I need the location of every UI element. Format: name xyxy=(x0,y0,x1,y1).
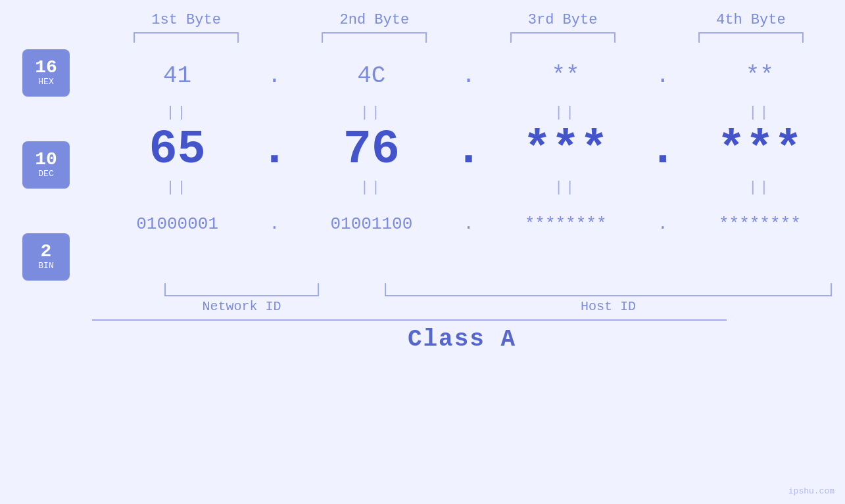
bin-b3: ******** xyxy=(525,214,607,234)
bin-b3-cell: ******** xyxy=(481,214,651,234)
hex-name: HEX xyxy=(38,77,53,87)
bin-b4-cell: ******** xyxy=(675,214,845,234)
dec-data-row: 65 . 76 . *** . *** xyxy=(92,123,845,177)
bin-number: 2 xyxy=(41,242,52,261)
bin-b2: 01001100 xyxy=(330,214,412,234)
byte3-col: 3rd Byte xyxy=(469,12,657,43)
host-bracket xyxy=(385,283,832,296)
full-bracket xyxy=(92,319,727,321)
byte4-col: 4th Byte xyxy=(657,12,845,43)
byte3-bracket-top xyxy=(510,32,616,43)
byte1-label: 1st Byte xyxy=(151,12,221,28)
labels-col: 16 HEX 10 DEC 2 BIN xyxy=(0,43,92,281)
dec-b3-cell: *** xyxy=(481,123,651,177)
network-bracket xyxy=(164,283,319,296)
hex-b3-cell: ** xyxy=(481,62,651,89)
hex-b1-cell: 41 xyxy=(92,62,262,89)
byte4-label: 4th Byte xyxy=(716,12,786,28)
dec-b2-cell: 76 xyxy=(286,123,456,177)
network-id-label: Network ID xyxy=(164,299,319,314)
bin-dot3: . xyxy=(651,214,675,234)
bin-badge: 2 BIN xyxy=(22,233,70,281)
dec-b1: 65 xyxy=(149,123,205,177)
bin-b4: ******** xyxy=(719,214,801,234)
bin-b1-cell: 01000001 xyxy=(92,214,262,234)
bin-dot2: . xyxy=(457,214,481,234)
eq2-b4: || xyxy=(675,179,845,196)
dec-number: 10 xyxy=(35,150,57,169)
dec-name: DEC xyxy=(38,169,53,179)
eq1-b4: || xyxy=(675,104,845,121)
eq2-b2: || xyxy=(286,179,456,196)
eq1-b1: || xyxy=(92,104,262,121)
class-section: Class A xyxy=(0,319,845,353)
dec-dot3: . xyxy=(651,123,675,177)
byte2-col: 2nd Byte xyxy=(280,12,468,43)
bracket-bottom-row xyxy=(92,283,845,296)
hex-b3: ** xyxy=(552,62,580,89)
watermark: ipshu.com xyxy=(788,486,834,496)
dec-b2: 76 xyxy=(343,123,400,177)
eq2-b1: || xyxy=(92,179,262,196)
hex-dot3: . xyxy=(651,62,675,89)
byte1-col: 1st Byte xyxy=(92,12,280,43)
eq2-b3: || xyxy=(481,179,651,196)
hex-data-row: 41 . 4C . ** . ** xyxy=(92,49,845,102)
eq1-b3: || xyxy=(481,104,651,121)
id-labels-row: Network ID Host ID xyxy=(92,299,845,314)
hex-b2: 4C xyxy=(357,62,385,89)
bin-dot1: . xyxy=(262,214,286,234)
data-rows-container: 41 . 4C . ** . ** xyxy=(92,43,845,250)
bin-b2-cell: 01001100 xyxy=(286,214,456,234)
bottom-section: Network ID Host ID xyxy=(0,283,845,314)
hex-b4-cell: ** xyxy=(675,62,845,89)
byte2-bracket-top xyxy=(322,32,427,43)
content-area: 16 HEX 10 DEC 2 BIN 41 . xyxy=(0,43,845,281)
hex-b4: ** xyxy=(746,62,774,89)
byte4-bracket-top xyxy=(698,32,804,43)
hex-dot1: . xyxy=(262,62,286,89)
byte3-label: 3rd Byte xyxy=(528,12,598,28)
byte2-label: 2nd Byte xyxy=(340,12,410,28)
dec-b1-cell: 65 xyxy=(92,123,262,177)
dec-b4: *** xyxy=(717,123,803,177)
dec-badge: 10 DEC xyxy=(22,141,70,189)
bin-data-row: 01000001 . 01001100 . ******** . xyxy=(92,198,845,250)
eq1-b2: || xyxy=(286,104,456,121)
bracket-row xyxy=(92,283,845,296)
dec-b4-cell: *** xyxy=(675,123,845,177)
hex-badge: 16 HEX xyxy=(22,49,70,97)
bin-b1: 01000001 xyxy=(136,214,218,234)
header-row: 1st Byte 2nd Byte 3rd Byte 4th Byte xyxy=(0,12,845,43)
hex-b1: 41 xyxy=(163,62,191,89)
hex-number: 16 xyxy=(35,58,57,77)
dec-dot1: . xyxy=(262,123,286,177)
hex-dot2: . xyxy=(457,62,481,89)
class-label-row: Class A xyxy=(92,326,845,353)
equals-row-2: || || || || xyxy=(92,177,845,198)
byte1-bracket-top xyxy=(133,32,239,43)
equals-row-1: || || || || xyxy=(92,102,845,123)
hex-b2-cell: 4C xyxy=(286,62,456,89)
class-label: Class A xyxy=(408,326,516,353)
dec-b3: *** xyxy=(523,123,608,177)
bin-name: BIN xyxy=(38,261,53,271)
host-id-label: Host ID xyxy=(385,299,832,314)
dec-dot2: . xyxy=(457,123,481,177)
main-container: 1st Byte 2nd Byte 3rd Byte 4th Byte 16 H… xyxy=(0,0,845,504)
